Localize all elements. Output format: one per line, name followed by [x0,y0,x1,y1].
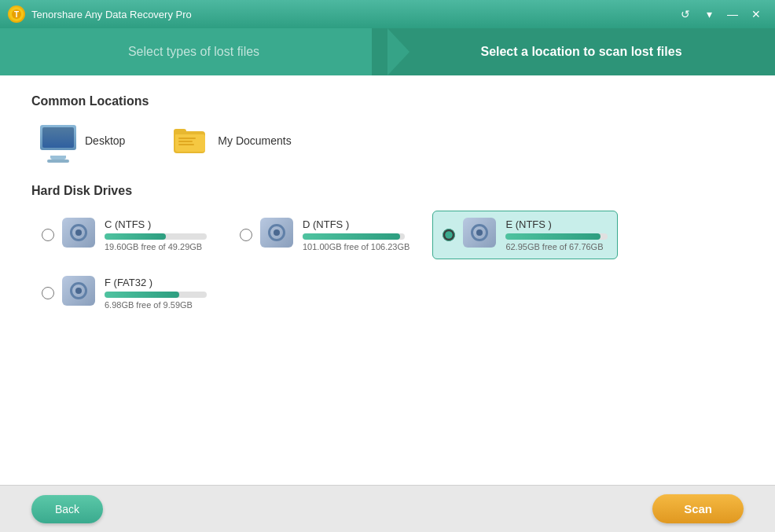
svg-text:T: T [14,10,19,19]
drive-c-radio[interactable] [42,229,54,241]
app-title: Tenorshare Any Data Recovery Pro [31,9,192,20]
common-locations-row: Desktop My Documents [31,121,744,160]
drive-f-radio[interactable] [42,287,54,299]
drive-f-bar-fill [105,292,179,298]
drive-d-bar-track [303,233,405,240]
location-desktop[interactable]: Desktop [31,121,133,160]
drives-row-1: C (NTFS ) 19.60GB free of 49.29GB D (NTF… [31,211,744,259]
close-button[interactable]: ✕ [745,3,767,25]
titlebar-left: T Tenorshare Any Data Recovery Pro [8,6,192,23]
drive-e-bar-fill [505,233,601,240]
drive-e-space: 62.95GB free of 67.76GB [505,242,608,251]
drive-f-bar-track [105,292,207,298]
drive-c-icon [62,218,97,252]
drives-row-2: F (FAT32 ) 6.98GB free of 9.59GB [31,269,744,317]
drive-e-radio[interactable] [443,229,455,241]
drive-e-bar-track [505,233,608,240]
titlebar: T Tenorshare Any Data Recovery Pro ↺ ▾ —… [0,0,775,28]
drive-d[interactable]: D (NTFS ) 101.00GB free of 106.23GB [230,211,420,259]
titlebar-controls: ↺ ▾ — ✕ [674,3,767,25]
drive-f[interactable]: F (FAT32 ) 6.98GB free of 9.59GB [31,269,217,317]
drive-e-info: E (NTFS ) 62.95GB free of 67.76GB [505,218,608,251]
drive-f-space: 6.98GB free of 9.59GB [105,300,207,310]
documents-label: My Documents [218,134,291,147]
drive-c-info: C (NTFS ) 19.60GB free of 49.29GB [105,218,207,251]
drive-d-radio[interactable] [240,229,252,241]
drive-c-bar-fill [105,233,166,240]
drive-f-info: F (FAT32 ) 6.98GB free of 9.59GB [105,277,207,310]
app-icon: T [8,6,25,23]
main-content: Common Locations Desktop [0,75,775,485]
documents-icon [172,126,210,156]
wizard-step-1[interactable]: Select types of lost files [0,28,388,75]
drive-c-space: 19.60GB free of 49.29GB [105,242,207,251]
desktop-label: Desktop [85,134,125,147]
drive-f-icon [62,276,97,310]
dropdown-button[interactable]: ▾ [698,3,720,25]
wizard-step-2[interactable]: Select a location to scan lost files [388,28,775,75]
drive-c-bar-track [105,233,207,240]
drive-e[interactable]: E (NTFS ) 62.95GB free of 67.76GB [432,211,618,259]
footer: Back Scan [0,485,775,532]
drive-c[interactable]: C (NTFS ) 19.60GB free of 49.29GB [31,211,217,259]
desktop-icon [39,126,77,156]
drive-e-name: E (NTFS ) [505,218,608,230]
drive-d-icon [260,218,295,252]
hard-disk-drives-title: Hard Disk Drives [31,184,744,198]
scan-button[interactable]: Scan [652,494,744,523]
back-button[interactable]: Back [31,495,103,523]
drive-c-name: C (NTFS ) [105,218,207,230]
drive-f-name: F (FAT32 ) [105,277,207,288]
wizard-header: Select types of lost files Select a loca… [0,28,775,75]
location-my-documents[interactable]: My Documents [164,121,299,160]
history-button[interactable]: ↺ [674,3,696,25]
minimize-button[interactable]: — [722,3,744,25]
drive-d-bar-fill [303,233,400,240]
common-locations-title: Common Locations [31,94,744,108]
drive-d-info: D (NTFS ) 101.00GB free of 106.23GB [303,218,410,251]
drive-d-space: 101.00GB free of 106.23GB [303,242,410,251]
drive-e-icon [463,218,498,252]
drive-d-name: D (NTFS ) [303,218,410,230]
